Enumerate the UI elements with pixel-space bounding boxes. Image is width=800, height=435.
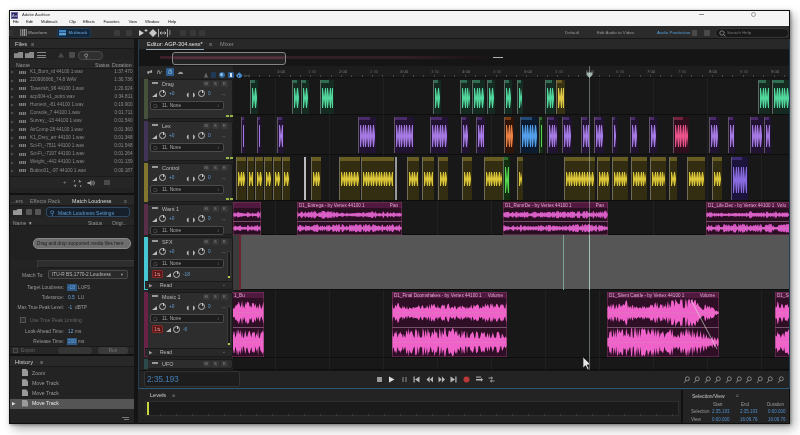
svg-text:D1_Final Doomshakes - by Verte: D1_Final Doomshakes - by Vertex 44100 1: [394, 293, 482, 298]
svg-text:Pan: Pan: [390, 203, 399, 208]
svg-text:D1_Life.Dec - by Vertex 44100: D1_Life.Dec - by Vertex 44100 1: [708, 203, 775, 208]
svg-text:Pan: Pan: [596, 203, 605, 208]
svg-text:1_Bu: 1_Bu: [234, 293, 245, 298]
svg-text:Volume: Volume: [700, 293, 716, 298]
svg-text:D1_Entrega - by Vertex 44100 1: D1_Entrega - by Vertex 44100 1: [299, 203, 365, 208]
svg-text:Volume: Volume: [488, 293, 504, 298]
svg-text:Volu: Volu: [777, 203, 786, 208]
svg-text:D1_Silent Castle - by Vertex 4: D1_Silent Castle - by Vertex 44100 1: [609, 293, 685, 298]
svg-text:D1_RumrDe - by Vertex 44100 1: D1_RumrDe - by Vertex 44100 1: [505, 203, 572, 208]
